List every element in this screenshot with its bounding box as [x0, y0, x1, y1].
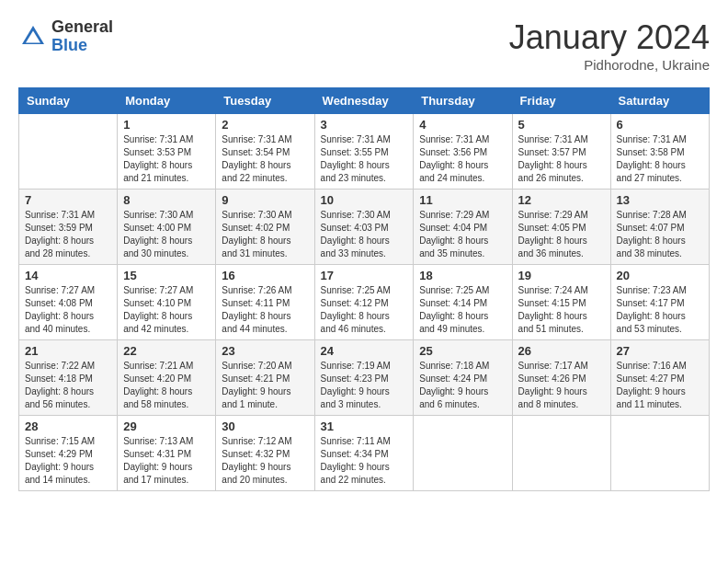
calendar-cell: 10Sunrise: 7:30 AM Sunset: 4:03 PM Dayli…: [314, 190, 414, 265]
day-info: Sunrise: 7:29 AM Sunset: 4:05 PM Dayligh…: [518, 209, 605, 260]
calendar-cell: [19, 114, 118, 190]
day-number: 23: [222, 344, 308, 358]
weekday-header-sunday: Sunday: [19, 88, 118, 114]
calendar-table: SundayMondayTuesdayWednesdayThursdayFrid…: [18, 87, 710, 491]
logo-icon: [18, 22, 48, 52]
calendar-cell: 21Sunrise: 7:22 AM Sunset: 4:18 PM Dayli…: [19, 340, 118, 416]
day-info: Sunrise: 7:21 AM Sunset: 4:20 PM Dayligh…: [123, 360, 210, 411]
day-info: Sunrise: 7:22 AM Sunset: 4:18 PM Dayligh…: [25, 360, 111, 411]
day-number: 26: [518, 344, 605, 358]
day-number: 3: [321, 118, 408, 132]
day-number: 27: [617, 344, 703, 358]
day-info: Sunrise: 7:31 AM Sunset: 3:58 PM Dayligh…: [617, 133, 703, 185]
week-row-4: 21Sunrise: 7:22 AM Sunset: 4:18 PM Dayli…: [19, 340, 710, 416]
logo-text: General Blue: [51, 18, 113, 55]
day-number: 10: [321, 193, 408, 207]
day-info: Sunrise: 7:23 AM Sunset: 4:17 PM Dayligh…: [617, 284, 703, 336]
week-row-2: 7Sunrise: 7:31 AM Sunset: 3:59 PM Daylig…: [19, 190, 710, 265]
calendar-cell: 11Sunrise: 7:29 AM Sunset: 4:04 PM Dayli…: [414, 190, 512, 265]
day-number: 13: [617, 193, 703, 207]
weekday-header-friday: Friday: [512, 88, 610, 114]
day-number: 6: [617, 118, 703, 132]
day-number: 28: [25, 419, 111, 433]
day-info: Sunrise: 7:19 AM Sunset: 4:23 PM Dayligh…: [321, 360, 408, 411]
title-block: January 2024 Pidhorodne, Ukraine: [509, 18, 710, 73]
weekday-header-wednesday: Wednesday: [314, 88, 414, 114]
calendar-cell: 7Sunrise: 7:31 AM Sunset: 3:59 PM Daylig…: [19, 190, 118, 265]
day-number: 5: [518, 118, 605, 132]
day-number: 29: [123, 419, 210, 433]
calendar-cell: 13Sunrise: 7:28 AM Sunset: 4:07 PM Dayli…: [610, 190, 709, 265]
day-number: 31: [321, 419, 408, 433]
calendar-cell: 28Sunrise: 7:15 AM Sunset: 4:29 PM Dayli…: [19, 416, 118, 491]
day-number: 25: [419, 344, 506, 358]
day-info: Sunrise: 7:20 AM Sunset: 4:21 PM Dayligh…: [222, 360, 308, 411]
calendar-cell: 12Sunrise: 7:29 AM Sunset: 4:05 PM Dayli…: [512, 190, 610, 265]
day-info: Sunrise: 7:30 AM Sunset: 4:00 PM Dayligh…: [123, 209, 210, 260]
page-header: General Blue January 2024 Pidhorodne, Uk…: [18, 18, 710, 73]
month-title: January 2024: [509, 18, 710, 57]
calendar-cell: 17Sunrise: 7:25 AM Sunset: 4:12 PM Dayli…: [314, 265, 414, 340]
day-number: 22: [123, 344, 210, 358]
day-number: 2: [222, 118, 308, 132]
calendar-cell: 9Sunrise: 7:30 AM Sunset: 4:02 PM Daylig…: [216, 190, 314, 265]
day-number: 19: [518, 269, 605, 282]
day-number: 12: [518, 193, 605, 207]
logo-blue-text: Blue: [51, 37, 113, 55]
calendar-cell: [414, 416, 512, 491]
calendar-cell: 15Sunrise: 7:27 AM Sunset: 4:10 PM Dayli…: [118, 265, 216, 340]
week-row-3: 14Sunrise: 7:27 AM Sunset: 4:08 PM Dayli…: [19, 265, 710, 340]
day-info: Sunrise: 7:24 AM Sunset: 4:15 PM Dayligh…: [518, 284, 605, 336]
day-info: Sunrise: 7:31 AM Sunset: 3:59 PM Dayligh…: [25, 209, 111, 260]
calendar-cell: 1Sunrise: 7:31 AM Sunset: 3:53 PM Daylig…: [118, 114, 216, 190]
location-subtitle: Pidhorodne, Ukraine: [509, 57, 710, 73]
day-number: 14: [25, 269, 111, 282]
calendar-cell: 29Sunrise: 7:13 AM Sunset: 4:31 PM Dayli…: [118, 416, 216, 491]
day-number: 8: [123, 193, 210, 207]
calendar-cell: 3Sunrise: 7:31 AM Sunset: 3:55 PM Daylig…: [314, 114, 414, 190]
calendar-cell: 2Sunrise: 7:31 AM Sunset: 3:54 PM Daylig…: [216, 114, 314, 190]
day-info: Sunrise: 7:16 AM Sunset: 4:27 PM Dayligh…: [617, 360, 703, 411]
calendar-cell: 23Sunrise: 7:20 AM Sunset: 4:21 PM Dayli…: [216, 340, 314, 416]
day-info: Sunrise: 7:18 AM Sunset: 4:24 PM Dayligh…: [419, 360, 506, 411]
day-info: Sunrise: 7:27 AM Sunset: 4:08 PM Dayligh…: [25, 284, 111, 336]
day-number: 20: [617, 269, 703, 282]
calendar-cell: 30Sunrise: 7:12 AM Sunset: 4:32 PM Dayli…: [216, 416, 314, 491]
day-number: 24: [321, 344, 408, 358]
weekday-header-row: SundayMondayTuesdayWednesdayThursdayFrid…: [19, 88, 710, 114]
logo-general-text: General: [51, 18, 113, 37]
day-number: 16: [222, 269, 308, 282]
day-number: 15: [123, 269, 210, 282]
day-info: Sunrise: 7:15 AM Sunset: 4:29 PM Dayligh…: [25, 435, 111, 487]
week-row-1: 1Sunrise: 7:31 AM Sunset: 3:53 PM Daylig…: [19, 114, 710, 190]
calendar-cell: 19Sunrise: 7:24 AM Sunset: 4:15 PM Dayli…: [512, 265, 610, 340]
day-info: Sunrise: 7:28 AM Sunset: 4:07 PM Dayligh…: [617, 209, 703, 260]
calendar-cell: 20Sunrise: 7:23 AM Sunset: 4:17 PM Dayli…: [610, 265, 709, 340]
day-info: Sunrise: 7:29 AM Sunset: 4:04 PM Dayligh…: [419, 209, 506, 260]
day-info: Sunrise: 7:26 AM Sunset: 4:11 PM Dayligh…: [222, 284, 308, 336]
day-info: Sunrise: 7:30 AM Sunset: 4:03 PM Dayligh…: [321, 209, 408, 260]
day-number: 4: [419, 118, 506, 132]
day-number: 7: [25, 193, 111, 207]
calendar-cell: 27Sunrise: 7:16 AM Sunset: 4:27 PM Dayli…: [610, 340, 709, 416]
weekday-header-monday: Monday: [118, 88, 216, 114]
calendar-cell: 24Sunrise: 7:19 AM Sunset: 4:23 PM Dayli…: [314, 340, 414, 416]
weekday-header-thursday: Thursday: [414, 88, 512, 114]
day-info: Sunrise: 7:31 AM Sunset: 3:56 PM Dayligh…: [419, 133, 506, 185]
logo: General Blue: [18, 18, 113, 55]
day-number: 17: [321, 269, 408, 282]
day-info: Sunrise: 7:31 AM Sunset: 3:53 PM Dayligh…: [123, 133, 210, 185]
calendar-cell: 22Sunrise: 7:21 AM Sunset: 4:20 PM Dayli…: [118, 340, 216, 416]
calendar-cell: 16Sunrise: 7:26 AM Sunset: 4:11 PM Dayli…: [216, 265, 314, 340]
calendar-cell: 26Sunrise: 7:17 AM Sunset: 4:26 PM Dayli…: [512, 340, 610, 416]
week-row-5: 28Sunrise: 7:15 AM Sunset: 4:29 PM Dayli…: [19, 416, 710, 491]
day-info: Sunrise: 7:25 AM Sunset: 4:12 PM Dayligh…: [321, 284, 408, 336]
day-info: Sunrise: 7:17 AM Sunset: 4:26 PM Dayligh…: [518, 360, 605, 411]
calendar-cell: 25Sunrise: 7:18 AM Sunset: 4:24 PM Dayli…: [414, 340, 512, 416]
day-info: Sunrise: 7:31 AM Sunset: 3:54 PM Dayligh…: [222, 133, 308, 185]
day-info: Sunrise: 7:11 AM Sunset: 4:34 PM Dayligh…: [321, 435, 408, 487]
calendar-cell: 14Sunrise: 7:27 AM Sunset: 4:08 PM Dayli…: [19, 265, 118, 340]
calendar-cell: 4Sunrise: 7:31 AM Sunset: 3:56 PM Daylig…: [414, 114, 512, 190]
calendar-cell: 6Sunrise: 7:31 AM Sunset: 3:58 PM Daylig…: [610, 114, 709, 190]
day-info: Sunrise: 7:12 AM Sunset: 4:32 PM Dayligh…: [222, 435, 308, 487]
